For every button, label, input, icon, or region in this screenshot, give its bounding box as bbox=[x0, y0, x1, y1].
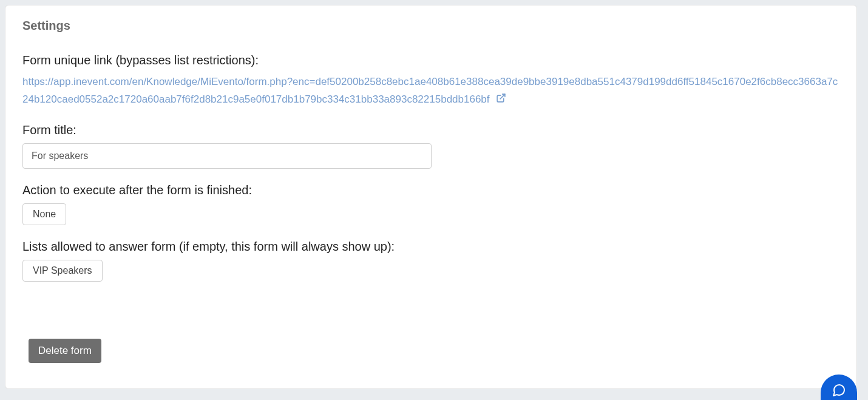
form-title-section: Form title: bbox=[22, 123, 839, 169]
external-link-icon[interactable] bbox=[496, 93, 506, 103]
settings-panel: Settings Form unique link (bypasses list… bbox=[5, 5, 857, 389]
lists-section: Lists allowed to answer form (if empty, … bbox=[22, 240, 839, 282]
unique-link-label: Form unique link (bypasses list restrict… bbox=[22, 53, 839, 67]
action-section: Action to execute after the form is fini… bbox=[22, 183, 839, 225]
form-title-label: Form title: bbox=[22, 123, 839, 137]
unique-link[interactable]: https://app.inevent.com/en/Knowledge/MiE… bbox=[22, 76, 838, 105]
form-title-input[interactable] bbox=[22, 143, 432, 169]
panel-title: Settings bbox=[22, 19, 839, 33]
chat-icon bbox=[831, 383, 847, 398]
action-selector[interactable]: None bbox=[22, 203, 66, 225]
unique-link-text: https://app.inevent.com/en/Knowledge/MiE… bbox=[22, 76, 838, 105]
delete-form-button[interactable]: Delete form bbox=[29, 339, 101, 363]
action-label: Action to execute after the form is fini… bbox=[22, 183, 839, 197]
lists-label: Lists allowed to answer form (if empty, … bbox=[22, 240, 839, 254]
lists-selector[interactable]: VIP Speakers bbox=[22, 260, 103, 282]
svg-line-0 bbox=[500, 94, 505, 99]
unique-link-section: Form unique link (bypasses list restrict… bbox=[22, 53, 839, 109]
